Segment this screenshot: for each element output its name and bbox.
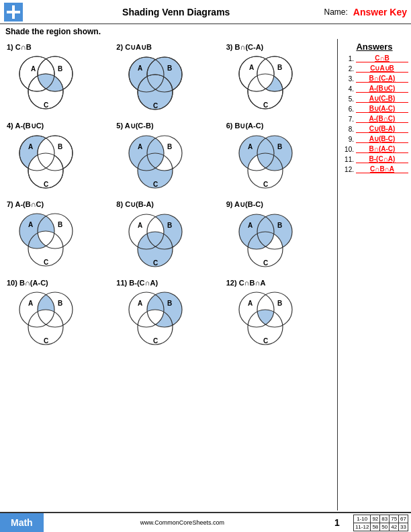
svg-text:B: B xyxy=(277,143,282,150)
answer-num-2: 2. xyxy=(340,65,354,73)
svg-text:C: C xyxy=(153,337,158,345)
answer-val-7: A-(B∩C) xyxy=(356,115,408,123)
problem-cell-7: 7) A-(B∩C) xyxy=(4,199,113,272)
answer-val-12: C∩B∩A xyxy=(356,165,408,173)
footer: Math www.CommonCoreSheets.com 1 1-10 92 … xyxy=(0,512,411,532)
footer-stats: 1-10 92 83 75 67 11-12 58 50 42 33 xyxy=(353,515,411,531)
footer-page: 1 xyxy=(321,517,353,528)
svg-text:A: A xyxy=(249,64,254,71)
stat-val3: 75 xyxy=(390,515,399,523)
answer-item-6: 6.B∪(A-C) xyxy=(340,105,408,113)
answer-val-8: C∪(B-A) xyxy=(356,125,408,133)
svg-text:B: B xyxy=(277,222,282,229)
answer-val-5: A∪(C-B) xyxy=(356,95,408,103)
stat-val7: 42 xyxy=(390,523,399,531)
answer-val-11: B-(C∩A) xyxy=(356,155,408,163)
stat-val1: 92 xyxy=(371,515,380,523)
answer-item-9: 9.A∪(B-C) xyxy=(340,135,408,143)
header: Shading Venn Diagrams Name: Answer Key xyxy=(0,0,411,24)
answer-item-4: 4.A-(B∪C) xyxy=(340,85,408,93)
answer-sidebar: Answers 1.C∩B2.C∪A∪B3.B∩(C-A)4.A-(B∪C)5.… xyxy=(337,39,411,511)
problem-cell-3: 3) B∩(C-A) xyxy=(224,42,333,115)
svg-text:A: A xyxy=(248,300,253,307)
answer-num-1: 1. xyxy=(340,55,354,62)
svg-rect-1 xyxy=(7,11,20,13)
svg-text:C: C xyxy=(153,259,158,267)
answer-item-2: 2.C∪A∪B xyxy=(340,64,408,73)
stat-val4: 67 xyxy=(399,515,408,523)
answer-key-label: Answer Key xyxy=(353,7,407,17)
venn-diagram-5: A B C xyxy=(116,132,197,192)
venn-diagram-4: A B C xyxy=(7,132,87,192)
svg-text:A: A xyxy=(248,222,253,229)
answer-list: 1.C∩B2.C∪A∪B3.B∩(C-A)4.A-(B∪C)5.A∪(C-B)6… xyxy=(340,54,408,173)
name-label: Name: xyxy=(324,7,348,17)
svg-text:C: C xyxy=(44,101,48,109)
svg-text:C: C xyxy=(44,259,48,266)
venn-diagram-7: A B C xyxy=(7,210,87,270)
svg-text:C: C xyxy=(44,337,48,345)
svg-text:A: A xyxy=(28,221,33,228)
problem-cell-4: 4) A-(B∪C) xyxy=(4,120,113,193)
problem-label-1: 1) C∩B xyxy=(7,43,32,51)
problem-row-3: 7) A-(B∩C) xyxy=(4,199,333,272)
svg-text:B: B xyxy=(58,143,62,150)
svg-text:B: B xyxy=(58,221,62,228)
answer-item-11: 11.B-(C∩A) xyxy=(340,155,408,163)
problem-cell-1: 1) C∩B xyxy=(4,42,113,115)
svg-text:B: B xyxy=(58,300,62,307)
answer-item-5: 5.A∪(C-B) xyxy=(340,95,408,103)
answer-item-8: 8.C∪(B-A) xyxy=(340,125,408,133)
answer-num-7: 7. xyxy=(340,116,354,123)
svg-text:B: B xyxy=(58,65,62,73)
svg-text:C: C xyxy=(153,102,158,109)
answer-val-2: C∪A∪B xyxy=(356,64,408,73)
problem-label-2: 2) C∪A∪B xyxy=(116,43,152,52)
svg-text:C: C xyxy=(263,337,268,345)
problem-cell-9: 9) A∪(B-C) xyxy=(224,199,333,272)
svg-text:A: A xyxy=(138,222,142,229)
svg-text:C: C xyxy=(263,259,268,267)
problem-cell-8: 8) C∪(B-A) xyxy=(113,199,223,272)
answer-num-8: 8. xyxy=(340,126,354,133)
venn-diagram-3: A B C xyxy=(226,52,307,113)
answer-item-3: 3.B∩(C-A) xyxy=(340,75,408,83)
stat-val2: 83 xyxy=(380,515,390,523)
answer-val-9: A∪(B-C) xyxy=(356,135,408,143)
answer-val-10: B∩(A-C) xyxy=(356,145,408,153)
stat-range1: 1-10 xyxy=(353,515,370,523)
problem-cell-12: 12) C∩B∩A xyxy=(224,277,333,350)
page-title: Shading Venn Diagrams xyxy=(28,7,324,17)
svg-text:B: B xyxy=(167,222,172,229)
answer-num-4: 4. xyxy=(340,85,354,93)
svg-text:C: C xyxy=(263,181,268,188)
venn-diagram-9: A B C xyxy=(226,210,307,271)
stat-range2: 11-12 xyxy=(353,523,370,531)
answer-item-10: 10.B∩(A-C) xyxy=(340,145,408,153)
venn-diagram-6: A B C xyxy=(226,132,307,192)
answer-num-5: 5. xyxy=(340,95,354,103)
venn-diagram-12: A B C xyxy=(226,288,307,349)
answer-num-10: 10. xyxy=(340,146,354,153)
answer-val-3: B∩(C-A) xyxy=(356,75,408,83)
problem-label-4: 4) A-(B∪C) xyxy=(7,122,44,130)
svg-text:B: B xyxy=(277,300,282,307)
problem-row-2: 4) A-(B∪C) xyxy=(4,120,333,193)
answer-val-6: B∪(A-C) xyxy=(356,105,408,113)
problem-label-3: 3) B∩(C-A) xyxy=(226,43,264,51)
answer-val-4: A-(B∪C) xyxy=(356,85,408,93)
svg-text:B: B xyxy=(277,64,282,71)
problem-label-8: 8) C∪(B-A) xyxy=(116,200,154,209)
svg-text:C: C xyxy=(263,101,268,109)
venn-diagram-1: A B C xyxy=(7,52,87,113)
stat-val5: 58 xyxy=(371,523,380,531)
main-content: 1) C∩B xyxy=(0,39,411,511)
svg-text:B: B xyxy=(167,300,172,307)
svg-text:A: A xyxy=(31,65,36,73)
problem-label-12: 12) C∩B∩A xyxy=(226,279,266,287)
svg-text:A: A xyxy=(28,300,33,307)
svg-text:A: A xyxy=(138,300,142,307)
answer-num-12: 12. xyxy=(340,166,354,173)
answer-item-7: 7.A-(B∩C) xyxy=(340,115,408,123)
logo-icon xyxy=(4,3,23,21)
